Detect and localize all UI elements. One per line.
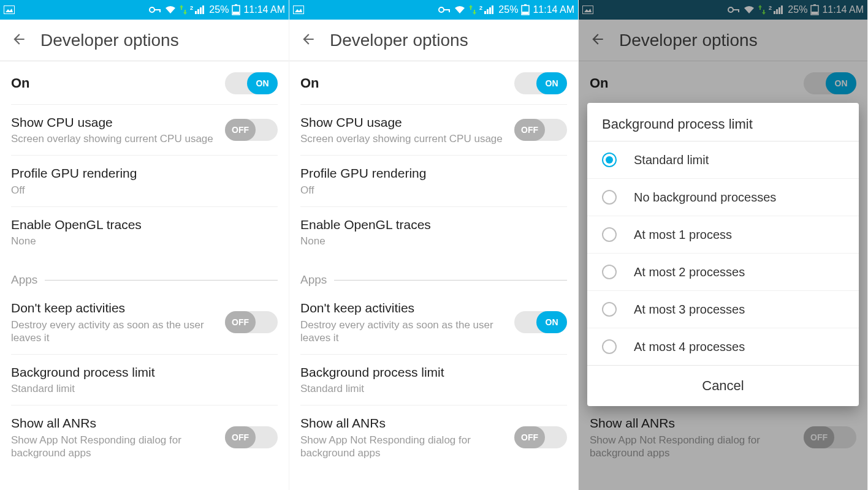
profile-gpu-title: Profile GPU rendering: [11, 165, 278, 181]
bpl-dialog: Background process limit Standard limit …: [587, 103, 859, 406]
svg-rect-28: [524, 4, 527, 6]
bpl-option-label: Standard limit: [634, 153, 709, 167]
svg-rect-0: [4, 6, 15, 14]
bpl-option-label: At most 4 processes: [634, 340, 745, 354]
svg-text:2: 2: [479, 5, 482, 11]
show-cpu-usage-sub: Screen overlay showing current CPU usage: [300, 132, 507, 145]
app-bar: Developer options: [289, 20, 578, 61]
dont-keep-activities-sub: Destroy every activity as soon as the us…: [300, 318, 507, 345]
svg-text:2: 2: [190, 5, 193, 11]
dev-options-master-toggle-row[interactable]: On: [300, 61, 567, 105]
enable-opengl-title: Enable OpenGL traces: [300, 217, 567, 232]
enable-opengl-traces-row[interactable]: Enable OpenGL traces None: [11, 207, 278, 257]
battery-icon: [232, 4, 240, 15]
screen-3: 2 25% 11:14 AM Developer options On Show…: [579, 0, 868, 490]
apps-section-header: Apps: [300, 257, 567, 290]
show-cpu-usage-row[interactable]: Show CPU usage Screen overlay showing cu…: [300, 105, 567, 156]
clock: 11:14 AM: [243, 4, 285, 15]
show-all-anrs-row[interactable]: Show all ANRs Show App Not Responding di…: [300, 405, 567, 469]
picture-icon: [4, 6, 15, 14]
wifi-icon: [454, 6, 466, 14]
show-cpu-usage-title: Show CPU usage: [11, 115, 218, 130]
show-cpu-usage-toggle[interactable]: [514, 119, 567, 141]
svg-marker-1: [6, 9, 13, 12]
profile-gpu-title: Profile GPU rendering: [300, 165, 567, 181]
radio-icon: [602, 190, 617, 205]
radio-icon: [602, 302, 617, 317]
show-all-anrs-toggle[interactable]: [225, 426, 278, 448]
dont-keep-activities-title: Don't keep activities: [300, 300, 507, 315]
svg-marker-5: [180, 5, 183, 10]
bpl-dialog-title: Background process limit: [587, 103, 859, 141]
svg-rect-13: [235, 4, 237, 6]
svg-rect-11: [202, 6, 204, 14]
svg-rect-15: [293, 6, 304, 14]
svg-rect-23: [484, 11, 486, 14]
svg-rect-9: [197, 9, 199, 14]
show-all-anrs-sub: Show App Not Responding dialog for backg…: [11, 434, 218, 460]
vpn-key-icon: [149, 6, 161, 13]
svg-rect-8: [195, 11, 197, 14]
show-all-anrs-title: Show all ANRs: [300, 415, 507, 431]
data-icon: [180, 5, 187, 15]
svg-rect-19: [449, 9, 450, 12]
data-icon: [469, 5, 476, 15]
dont-keep-activities-title: Don't keep activities: [11, 300, 218, 315]
dev-options-master-toggle-row[interactable]: On: [11, 61, 278, 105]
radio-icon: [602, 227, 617, 242]
svg-rect-29: [522, 12, 528, 14]
bpl-sub: Standard limit: [300, 382, 567, 395]
status-bar: 2 25% 11:14 AM: [289, 0, 578, 20]
enable-opengl-sub: None: [11, 235, 278, 247]
profile-gpu-rendering-row[interactable]: Profile GPU rendering Off: [300, 156, 567, 206]
back-arrow-icon[interactable]: [300, 31, 316, 50]
picture-icon: [293, 6, 304, 14]
bpl-dialog-cancel-button[interactable]: Cancel: [587, 366, 859, 406]
background-process-limit-row[interactable]: Background process limit Standard limit: [11, 355, 278, 405]
svg-marker-21: [473, 10, 476, 15]
show-all-anrs-toggle[interactable]: [514, 426, 567, 448]
bpl-title: Background process limit: [300, 364, 567, 380]
profile-gpu-rendering-row[interactable]: Profile GPU rendering Off: [11, 156, 278, 206]
master-toggle[interactable]: [514, 72, 567, 94]
screen-2: 2 25% 11:14 AM Developer options On Show…: [289, 0, 579, 490]
bpl-option-no-background[interactable]: No background processes: [587, 179, 859, 216]
page-title: Developer options: [40, 31, 179, 50]
bpl-option-standard-limit[interactable]: Standard limit: [587, 141, 859, 179]
dont-keep-activities-row[interactable]: Don't keep activities Destroy every acti…: [11, 290, 278, 355]
show-cpu-usage-toggle[interactable]: [225, 119, 278, 141]
svg-rect-26: [492, 6, 493, 14]
svg-marker-6: [183, 10, 187, 15]
enable-opengl-traces-row[interactable]: Enable OpenGL traces None: [300, 207, 567, 257]
svg-point-17: [439, 7, 444, 12]
svg-marker-16: [295, 9, 302, 12]
show-all-anrs-title: Show all ANRs: [11, 415, 218, 431]
screen-1: 2 25% 11:14 AM Developer options On Show…: [0, 0, 289, 490]
dont-keep-activities-toggle[interactable]: [514, 311, 567, 333]
bpl-sub: Standard limit: [11, 382, 278, 395]
bpl-option-label: At most 2 processes: [634, 265, 745, 279]
radio-icon: [602, 339, 617, 354]
bpl-option-at-most-2[interactable]: At most 2 processes: [587, 254, 859, 291]
dont-keep-activities-toggle[interactable]: [225, 311, 278, 333]
bpl-option-at-most-3[interactable]: At most 3 processes: [587, 291, 859, 328]
show-all-anrs-sub: Show App Not Responding dialog for backg…: [300, 434, 507, 460]
bpl-title: Background process limit: [11, 364, 278, 380]
app-bar: Developer options: [0, 20, 289, 61]
vpn-key-icon: [438, 6, 451, 13]
page-title: Developer options: [330, 31, 468, 50]
back-arrow-icon[interactable]: [11, 31, 27, 50]
bpl-option-label: At most 3 processes: [634, 303, 745, 317]
bpl-option-label: At most 1 process: [634, 228, 732, 242]
battery-pct: 25%: [498, 4, 518, 15]
show-all-anrs-row[interactable]: Show all ANRs Show App Not Responding di…: [11, 405, 278, 469]
dont-keep-activities-row[interactable]: Don't keep activities Destroy every acti…: [300, 290, 567, 355]
radio-icon: [602, 265, 617, 279]
bpl-option-at-most-1[interactable]: At most 1 process: [587, 216, 859, 254]
status-bar: 2 25% 11:14 AM: [0, 0, 289, 20]
master-toggle[interactable]: [225, 72, 278, 94]
clock: 11:14 AM: [533, 4, 574, 15]
bpl-option-at-most-4[interactable]: At most 4 processes: [587, 328, 859, 366]
show-cpu-usage-row[interactable]: Show CPU usage Screen overlay showing cu…: [11, 105, 278, 156]
background-process-limit-row[interactable]: Background process limit Standard limit: [300, 355, 567, 405]
